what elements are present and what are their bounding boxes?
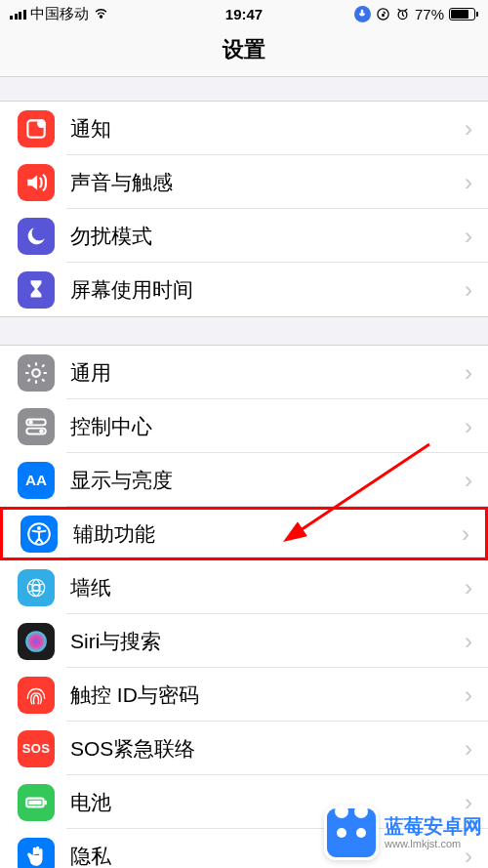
watermark-text: 蓝莓安卓网 www.lmkjst.com (385, 815, 482, 850)
brightness-icon: AA (18, 462, 55, 499)
row-label: Siri与搜索 (70, 628, 465, 655)
svg-rect-18 (28, 800, 41, 804)
fingerprint-icon (18, 677, 55, 714)
row-label: 通知 (70, 115, 465, 143)
chevron-right-icon: › (465, 574, 472, 601)
row-label: 墙纸 (70, 574, 465, 601)
svg-rect-17 (45, 800, 47, 804)
row-label: 触控 ID与密码 (70, 682, 465, 709)
page-title: 设置 (0, 35, 488, 64)
siri-icon (18, 623, 55, 660)
settings-row-display[interactable]: AA显示与亮度› (0, 453, 488, 507)
chevron-right-icon: › (465, 223, 472, 250)
watermark: 蓝莓安卓网 www.lmkjst.com (324, 806, 482, 860)
switches-icon (18, 408, 55, 445)
status-time: 19:47 (225, 6, 263, 22)
settings-group: 通用›控制中心›AA显示与亮度›辅助功能›墙纸›Siri与搜索›触控 ID与密码… (0, 345, 488, 868)
row-label: 勿扰模式 (70, 223, 465, 250)
chevron-right-icon: › (465, 628, 472, 655)
svg-point-9 (39, 429, 43, 433)
chevron-right-icon: › (465, 682, 472, 709)
gear-icon (18, 354, 55, 392)
accessibility-icon (20, 516, 58, 553)
settings-row-wallpaper[interactable]: 墙纸› (0, 560, 488, 614)
settings-row-general[interactable]: 通用› (0, 346, 488, 399)
chevron-right-icon: › (465, 276, 472, 304)
battery-pct-label: 77% (415, 6, 444, 22)
svg-point-5 (32, 369, 40, 377)
row-label: 控制中心 (70, 413, 465, 440)
sos-icon: SOS (18, 730, 55, 767)
svg-rect-1 (382, 13, 385, 16)
row-label: SOS紧急联络 (70, 735, 465, 763)
settings-row-controlcenter[interactable]: 控制中心› (0, 399, 488, 453)
row-label: 通用 (70, 359, 465, 387)
hand-icon (18, 838, 55, 869)
moon-icon (18, 218, 55, 255)
chevron-right-icon: › (465, 169, 472, 196)
settings-row-siri[interactable]: Siri与搜索› (0, 614, 488, 668)
row-label: 声音与触感 (70, 169, 465, 196)
settings-row-dnd[interactable]: 勿扰模式› (0, 209, 488, 263)
settings-list: 通知›声音与触感›勿扰模式›屏幕使用时间›通用›控制中心›AA显示与亮度›辅助功… (0, 101, 488, 868)
chevron-right-icon: › (465, 413, 472, 440)
chevron-right-icon: › (465, 359, 472, 387)
row-label: 屏幕使用时间 (70, 276, 465, 304)
rotation-lock-icon (376, 7, 390, 21)
signal-icon (10, 8, 26, 20)
status-bar: 中国移动 19:47 77% (0, 0, 488, 27)
svg-point-13 (27, 579, 44, 596)
wifi-icon (93, 4, 109, 23)
status-left: 中国移动 (10, 4, 109, 23)
chevron-right-icon: › (465, 735, 472, 763)
watermark-line2: www.lmkjst.com (385, 838, 461, 850)
battery-icon (449, 8, 478, 21)
svg-point-7 (28, 420, 32, 424)
status-right: 77% (354, 6, 478, 22)
row-label: 辅助功能 (73, 520, 462, 548)
settings-row-sos[interactable]: SOSSOS紧急联络› (0, 722, 488, 775)
settings-row-accessibility[interactable]: 辅助功能› (0, 507, 488, 560)
settings-row-screentime[interactable]: 屏幕使用时间› (0, 263, 488, 316)
svg-point-4 (37, 119, 46, 128)
notifications-icon (18, 110, 55, 147)
watermark-logo (324, 806, 379, 860)
settings-group: 通知›声音与触感›勿扰模式›屏幕使用时间› (0, 101, 488, 317)
settings-row-notifications[interactable]: 通知› (0, 102, 488, 155)
settings-row-touchid[interactable]: 触控 ID与密码› (0, 668, 488, 722)
chevron-right-icon: › (465, 115, 472, 143)
alarm-icon (395, 7, 410, 21)
chevron-right-icon: › (462, 520, 469, 548)
carrier-label: 中国移动 (30, 5, 89, 23)
hourglass-icon (18, 271, 55, 309)
battery-icon (18, 784, 55, 821)
page-header: 设置 (0, 27, 488, 77)
wallpaper-icon (18, 569, 55, 606)
svg-point-15 (25, 631, 47, 652)
row-label: 显示与亮度 (70, 467, 465, 494)
watermark-line1: 蓝莓安卓网 (385, 815, 482, 838)
chevron-right-icon: › (465, 467, 472, 494)
svg-text:AA: AA (25, 472, 47, 488)
settings-row-sounds[interactable]: 声音与触感› (0, 155, 488, 209)
mic-status-icon (354, 6, 371, 22)
sound-icon (18, 164, 55, 201)
svg-point-12 (37, 526, 41, 530)
